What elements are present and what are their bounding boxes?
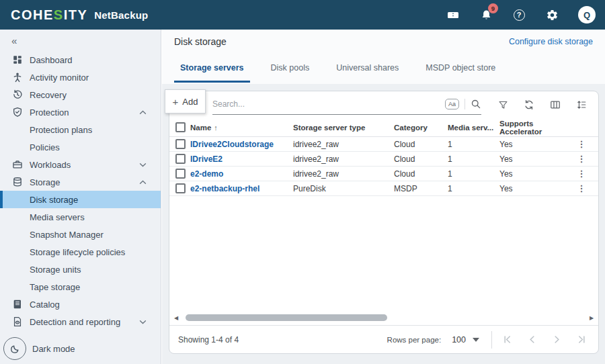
row-density-icon[interactable] [576, 99, 587, 110]
storage-server-link[interactable]: IDriveE2 [190, 154, 293, 164]
tab-universal-shares[interactable]: Universal shares [330, 59, 405, 81]
chevron-down-icon [139, 320, 147, 324]
row-checkbox[interactable] [175, 154, 186, 164]
sidebar-item-protection[interactable]: Protection [0, 103, 161, 121]
sidebar-item-recovery[interactable]: Recovery [0, 86, 161, 103]
cell-media-servers: 1 [448, 154, 499, 164]
scroll-right-icon[interactable]: ▶ [588, 315, 596, 321]
match-case-toggle[interactable]: Aa [445, 99, 459, 109]
storage-server-link[interactable]: IDrivee2Cloudstorage [190, 140, 293, 149]
search-icon[interactable] [471, 99, 481, 109]
cell-type: PureDisk [293, 184, 394, 193]
column-header-name[interactable]: Name↑ [190, 124, 293, 132]
cell-type: idrivee2_raw [293, 140, 394, 149]
storage-servers-panel: + Add Aa Name↑ [169, 91, 599, 354]
cell-accelerator: Yes [499, 140, 570, 149]
sidebar-item-storage-lifecycle-policies[interactable]: Storage lifecycle policies [0, 243, 161, 261]
row-checkbox[interactable] [175, 169, 186, 179]
search-field: Aa [212, 95, 481, 115]
sidebar-item-workloads[interactable]: Workloads [0, 156, 161, 173]
sidebar-item-detection-and-reporting[interactable]: Detection and reporting [0, 313, 161, 330]
column-header-type[interactable]: Storage server type [293, 124, 394, 132]
cell-type: idrivee2_raw [293, 154, 394, 164]
tab-msdp-object-store[interactable]: MSDP object store [419, 59, 501, 81]
row-actions-kebab-icon[interactable]: ⋮ [570, 154, 593, 164]
sidebar-collapse-button[interactable]: « [0, 30, 161, 51]
row-checkbox[interactable] [175, 183, 186, 193]
brand-text: COHE [11, 7, 54, 23]
dark-mode-toggle[interactable]: Dark mode [3, 337, 75, 360]
rows-per-page-select[interactable]: 100 [452, 335, 479, 345]
cell-type: idrivee2_raw [293, 169, 394, 179]
sidebar-item-tape-storage[interactable]: Tape storage [0, 278, 161, 295]
tab-storage-servers[interactable]: Storage servers [174, 59, 250, 83]
chevron-up-icon [139, 180, 147, 185]
showing-count: Showing 1-4 of 4 [178, 335, 239, 345]
activity-person-icon [11, 71, 24, 83]
table-row: e2-netbackup-rhel PureDisk MSDP 1 Yes ⋮ [169, 181, 598, 196]
top-bar: COHESITY NetBackup 9 ? Q [0, 0, 605, 30]
select-all-checkbox[interactable] [175, 122, 186, 132]
catalog-book-icon [11, 298, 24, 310]
sidebar-item-storage-units[interactable]: Storage units [0, 261, 161, 278]
divider [491, 331, 492, 349]
storage-server-link[interactable]: e2-netbackup-rhel [190, 184, 293, 193]
sidebar-item-dashboard[interactable]: Dashboard [0, 51, 161, 69]
report-eye-icon [11, 316, 24, 328]
sidebar-item-label: Protection [30, 107, 69, 118]
refresh-icon[interactable] [524, 99, 534, 110]
sidebar-item-label: Protection plans [30, 125, 92, 135]
sidebar-item-activity-monitor[interactable]: Activity monitor [0, 69, 161, 86]
table-footer: Showing 1-4 of 4 Rows per page: 100 [169, 325, 598, 353]
first-page-icon[interactable] [503, 335, 512, 344]
main-area: Disk storage Configure disk storage Stor… [162, 30, 605, 364]
sidebar-item-policies[interactable]: Policies [0, 138, 161, 156]
filter-icon[interactable] [498, 100, 508, 110]
product-name: NetBackup [94, 9, 148, 21]
row-actions-kebab-icon[interactable]: ⋮ [570, 169, 593, 179]
settings-gear-icon[interactable] [545, 8, 559, 21]
cell-category: Cloud [394, 140, 448, 149]
rows-per-page-label: Rows per page: [387, 336, 442, 344]
sidebar-item-disk-storage[interactable]: Disk storage [0, 191, 161, 208]
add-button[interactable]: + Add [165, 89, 206, 113]
user-avatar[interactable]: Q [578, 6, 596, 24]
tab-disk-pools[interactable]: Disk pools [265, 59, 316, 81]
scrollbar-track[interactable] [180, 314, 588, 322]
cell-media-servers: 1 [448, 184, 499, 193]
last-page-icon[interactable] [577, 335, 586, 344]
previous-page-icon[interactable] [528, 335, 536, 344]
sidebar-item-protection-plans[interactable]: Protection plans [0, 121, 161, 138]
moon-icon [3, 337, 26, 360]
sidebar-nav: « Dashboard Activity monitor Recovery Pr… [0, 30, 161, 364]
search-input[interactable] [212, 99, 445, 109]
notification-count-badge: 9 [488, 3, 498, 13]
sort-ascending-icon: ↑ [214, 124, 218, 132]
column-header-category[interactable]: Category [394, 124, 448, 132]
column-header-media-servers[interactable]: Media serv... [448, 124, 499, 132]
plus-icon: + [173, 96, 179, 107]
column-header-supports-accelerator[interactable]: Supports Accelerator [499, 120, 570, 136]
sidebar-item-catalog[interactable]: Catalog [0, 295, 161, 313]
row-actions-kebab-icon[interactable]: ⋮ [570, 183, 593, 193]
sidebar-item-storage[interactable]: Storage [0, 173, 161, 191]
sidebar-item-label: Storage lifecycle policies [30, 247, 125, 257]
row-checkbox[interactable] [175, 139, 186, 149]
sidebar-item-media-servers[interactable]: Media servers [0, 208, 161, 226]
storage-server-link[interactable]: e2-demo [190, 169, 293, 179]
scrollbar-thumb[interactable] [186, 314, 387, 321]
ticket-icon[interactable] [446, 8, 460, 21]
sidebar-item-snapshot-manager[interactable]: Snapshot Manager [0, 226, 161, 243]
configure-disk-storage-link[interactable]: Configure disk storage [509, 37, 593, 46]
next-page-icon[interactable] [553, 335, 561, 344]
chevron-up-icon [139, 110, 147, 115]
row-actions-kebab-icon[interactable]: ⋮ [570, 139, 593, 149]
cell-category: Cloud [394, 154, 448, 164]
columns-icon[interactable] [550, 99, 561, 110]
scroll-left-icon[interactable]: ◀ [172, 315, 180, 321]
notifications-bell-icon[interactable]: 9 [479, 8, 493, 21]
sidebar-item-label: Dashboard [30, 55, 73, 65]
sidebar-item-label: Disk storage [30, 195, 78, 205]
help-icon[interactable]: ? [512, 8, 526, 21]
table-row: IDriveE2 idrivee2_raw Cloud 1 Yes ⋮ [169, 152, 598, 167]
